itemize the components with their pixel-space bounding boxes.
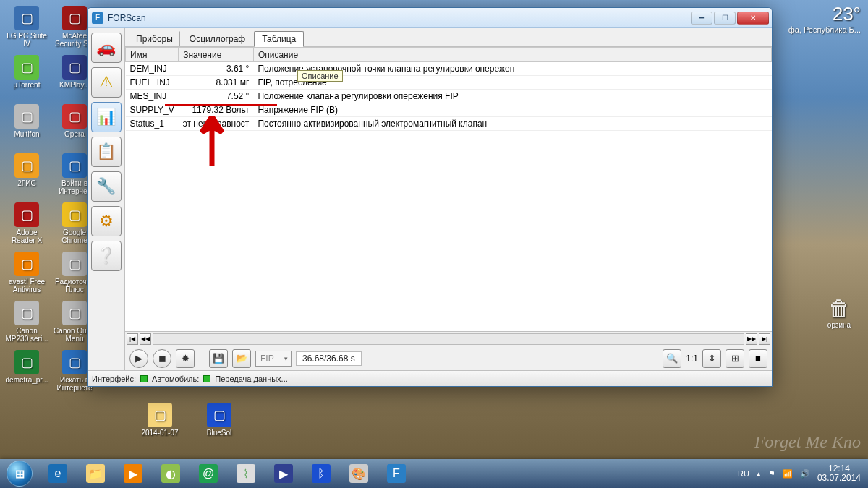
taskbar-ie[interactable]: e <box>40 460 76 487</box>
desktop-icon[interactable]: ▢Canon MP230 seri... <box>4 301 49 344</box>
taskbar-paint[interactable]: 🎨 <box>341 460 377 487</box>
tray-date: 03.07.2014 <box>817 474 861 483</box>
tray-net-icon[interactable]: 📶 <box>783 469 793 479</box>
cell-name: Status_1 <box>126 117 179 131</box>
axis-button[interactable]: ⇕ <box>702 349 721 368</box>
car-led-icon <box>203 375 210 382</box>
sidebar-config-button[interactable]: ⚙ <box>91 206 122 236</box>
start-button[interactable]: ⊞ <box>0 459 39 488</box>
col-header[interactable]: Описание <box>253 48 771 62</box>
tabs: ПриборыОсциллографТаблица <box>125 28 772 47</box>
app-icon: ▢ <box>14 350 39 374</box>
app-icon: ▢ <box>62 6 87 30</box>
desktop-icon[interactable]: ▢LG PC Suite IV <box>4 6 49 49</box>
zoom-button[interactable]: 🔍 <box>663 349 681 368</box>
forscan-window: F FORScan ━ ☐ ✕ 🚗 ⚠ 📊 📋 🔧 ⚙ ❔ ПриборыОсц… <box>87 7 773 387</box>
sidebar: 🚗 ⚠ 📊 📋 🔧 ⚙ ❔ <box>88 28 125 370</box>
table-row[interactable]: MES_INJ7.52 °Положение клапана регулиров… <box>126 90 772 103</box>
app-icon: ▢ <box>62 252 87 276</box>
taskbar-forscan[interactable]: F <box>378 460 414 487</box>
recycle-bin[interactable]: 🗑 орзина <box>817 296 861 329</box>
weather-temp: 23° <box>788 3 861 25</box>
taskbar-app1[interactable]: ◐ <box>153 460 189 487</box>
desktop-icons: ▢LG PC Suite IV▢McAfee Security S...▢µTo… <box>4 6 97 399</box>
stop-button[interactable]: ◼ <box>153 349 171 368</box>
desktop-icon[interactable]: ▢avast! Free Antivirus <box>4 252 49 295</box>
grid-button[interactable]: ⊞ <box>726 349 744 368</box>
cell-value: 7.52 ° <box>179 90 254 103</box>
col-header[interactable]: Значение <box>179 48 254 62</box>
cell-value: 3.61 ° <box>179 62 254 76</box>
tray-flag-icon[interactable]: ⚑ <box>768 469 775 479</box>
sidebar-tests-button[interactable]: 📋 <box>91 137 122 167</box>
seek-fwd-button[interactable]: ▶▶ <box>746 333 757 345</box>
app-icon: ▢ <box>14 153 39 178</box>
desktop-icon[interactable]: ▢µTorrent <box>4 55 49 98</box>
table-row[interactable]: DEM_INJ3.61 °Положение установочной точк… <box>126 62 772 76</box>
tray-arrow-icon[interactable]: ▴ <box>757 469 761 479</box>
tab-0[interactable]: Приборы <box>128 31 180 46</box>
desktop-icon[interactable]: ▢2ГИС <box>4 153 49 197</box>
iface-led-icon <box>140 375 148 382</box>
play-button[interactable]: ▶ <box>129 349 148 368</box>
app-icon: ▢ <box>62 55 87 80</box>
seek-back-button[interactable]: ◀◀ <box>140 333 151 345</box>
extra-desktop-icons: ▢2014-01-07▢BlueSol <box>137 403 242 452</box>
module-combo[interactable]: FIP <box>255 351 292 367</box>
table-row[interactable]: FUEL_INJ8.031 мгFIP, потребление <box>126 76 772 90</box>
tab-2[interactable]: Таблица <box>254 31 304 47</box>
taskbar-wifi[interactable]: ⌇ <box>228 460 264 487</box>
maximize-button[interactable]: ☐ <box>714 12 736 25</box>
desktop-icon[interactable]: ▢Multifon <box>4 104 49 147</box>
save-button[interactable]: 💾 <box>209 349 228 368</box>
weather-widget[interactable]: 23° фа, Республика Б... <box>788 3 861 34</box>
taskbar-wmp[interactable]: ▶ <box>115 460 151 487</box>
window-title: FORScan <box>108 13 691 23</box>
system-tray[interactable]: RU ▴ ⚑ 📶 🔊 12:14 03.07.2014 <box>731 464 868 483</box>
desktop-icon[interactable]: ▢BlueSol <box>197 403 242 446</box>
tray-clock[interactable]: 12:14 03.07.2014 <box>817 464 861 483</box>
icon-label: LG PC Suite IV <box>4 32 49 48</box>
close-button[interactable]: ✕ <box>737 12 769 25</box>
statusbar: Интерфейс: Автомобиль: Передача данных..… <box>88 370 772 386</box>
status-data-label: Передача данных... <box>215 374 287 383</box>
rec-button[interactable]: ■ <box>749 349 767 368</box>
app-icon: ▢ <box>14 6 39 30</box>
cell-desc: Положение клапана регулировки опережения… <box>253 90 771 103</box>
app-icon: ▢ <box>62 104 87 129</box>
tray-lang[interactable]: RU <box>738 469 749 478</box>
hscroll-track[interactable] <box>153 333 744 345</box>
col-header[interactable]: Имя <box>126 48 179 62</box>
icon-label: KMPlay... <box>59 81 90 89</box>
status-car-label: Автомобиль: <box>152 374 199 383</box>
icon-label: demetra_pr... <box>6 376 48 384</box>
sidebar-dtc-button[interactable]: ⚠ <box>91 67 122 98</box>
open-button[interactable]: 📂 <box>232 349 251 368</box>
taskbar-km[interactable]: ▶ <box>265 460 302 487</box>
cell-desc: Постоянно активизированный электромагнит… <box>253 117 771 131</box>
taskbar-bt[interactable]: ᛒ <box>303 460 339 487</box>
icon-label: Adobe Reader X <box>4 228 49 244</box>
seek-end-button[interactable]: ▶| <box>759 333 770 345</box>
tab-1[interactable]: Осциллограф <box>182 31 252 46</box>
desktop-icon[interactable]: ▢demetra_pr... <box>4 350 49 393</box>
desktop-icon[interactable]: ▢Adobe Reader X <box>4 202 49 246</box>
desktop-icon[interactable]: ▢2014-01-07 <box>137 403 182 446</box>
minimize-button[interactable]: ━ <box>691 12 712 25</box>
app-icon: ▢ <box>14 301 39 325</box>
taskbar-mail[interactable]: @ <box>190 460 226 487</box>
sidebar-pid-button[interactable]: 📊 <box>91 102 122 132</box>
app-icon: ▢ <box>14 55 39 80</box>
sidebar-help-button[interactable]: ❔ <box>91 241 122 271</box>
hscroll-row: |◀ ◀◀ ▶▶ ▶| <box>125 331 772 346</box>
cell-desc: Напряжение FIP (В) <box>253 103 771 117</box>
sidebar-info-button[interactable]: 🚗 <box>91 33 122 63</box>
tray-vol-icon[interactable]: 🔊 <box>800 469 810 479</box>
sidebar-service-button[interactable]: 🔧 <box>91 171 122 202</box>
settings-button[interactable]: ✸ <box>176 349 195 368</box>
taskbar-explorer[interactable]: 📁 <box>77 460 114 487</box>
cell-name: MES_INJ <box>126 90 179 103</box>
app-icon: F <box>92 12 103 24</box>
seek-start-button[interactable]: |◀ <box>127 333 138 345</box>
titlebar[interactable]: F FORScan ━ ☐ ✕ <box>88 8 772 28</box>
